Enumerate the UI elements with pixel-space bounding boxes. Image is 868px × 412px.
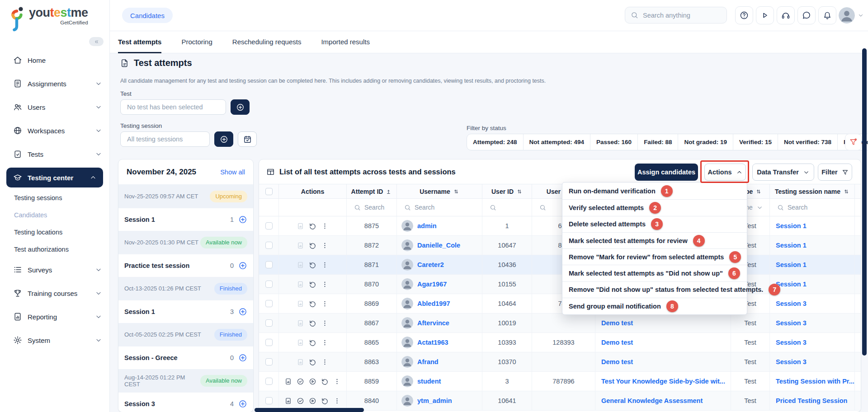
user-id-search[interactable]: [482, 199, 532, 216]
session-input[interactable]: [126, 135, 204, 143]
status-chip-verified[interactable]: Verified: 15: [733, 134, 778, 150]
table-row[interactable]: 8869 Abled1997 10464 745 Test Session 3: [259, 294, 861, 314]
username-link[interactable]: admin: [417, 222, 437, 229]
sort-icon[interactable]: [516, 188, 523, 195]
row-checkbox[interactable]: [265, 319, 273, 327]
session-calendar-button[interactable]: [238, 131, 257, 147]
kebab-icon[interactable]: [321, 222, 329, 230]
session-name-link[interactable]: Session 3: [776, 339, 807, 346]
session-row[interactable]: Session 1 1: [118, 208, 253, 231]
sidebar-item-tests[interactable]: Tests: [0, 142, 109, 166]
sidebar-item-users[interactable]: Users: [0, 95, 109, 119]
sidebar-item-workspaces[interactable]: Workspaces: [0, 119, 109, 142]
menu-item-verify-selected-attempts[interactable]: Verify selected attempts 2: [562, 199, 747, 215]
breadcrumb[interactable]: Candidates: [122, 8, 173, 23]
report-doc-icon[interactable]: [297, 358, 304, 366]
username-search[interactable]: Search: [397, 199, 482, 216]
username-link[interactable]: Aftervince: [417, 319, 449, 327]
report-doc-icon[interactable]: [284, 397, 292, 405]
row-checkbox[interactable]: [265, 339, 273, 346]
restore-icon[interactable]: [309, 319, 316, 327]
session-name-link[interactable]: Session 1: [776, 222, 807, 229]
row-checkbox[interactable]: [265, 300, 273, 307]
restore-icon[interactable]: [309, 261, 316, 269]
support-button[interactable]: [777, 6, 795, 24]
sidebar-item-testing-center[interactable]: Testing center: [6, 168, 103, 187]
test-name-link[interactable]: Test Your Knowledge Side-by-Side wit...: [601, 378, 725, 385]
sidebar-collapse-button[interactable]: [89, 37, 104, 46]
session-name-link[interactable]: Session 1: [776, 261, 807, 268]
plus-circle-icon[interactable]: [238, 307, 247, 316]
assign-candidates-button[interactable]: Assign candidates: [635, 164, 698, 181]
sort-icon[interactable]: [843, 188, 849, 195]
test-name-link[interactable]: Demo test: [601, 339, 633, 346]
username-link[interactable]: ytm_admin: [417, 397, 452, 404]
test-field[interactable]: [120, 99, 226, 115]
menu-item-remove-mark-for-review-from-selected-att[interactable]: Remove "Mark for review" from selected a…: [562, 248, 747, 265]
check-circle-icon[interactable]: [297, 397, 304, 405]
row-checkbox[interactable]: [265, 222, 273, 229]
sidebar-item-system[interactable]: System: [0, 328, 109, 352]
attempt-id-search[interactable]: Search: [347, 199, 397, 216]
sidebar-subitem-testing-sessions[interactable]: Testing sessions: [0, 189, 109, 206]
column-header-session-name[interactable]: Testing session name: [770, 184, 855, 198]
tour-button[interactable]: [756, 6, 774, 24]
status-chip-attempted[interactable]: Attempted: 248: [467, 134, 524, 150]
kebab-icon[interactable]: [321, 358, 329, 366]
menu-item-mark-selected-test-attempts-as-did-not-s[interactable]: Mark selected test attempts as "Did not …: [562, 265, 747, 281]
menu-item-remove-did-not-show-up-status-from-selec[interactable]: Remove "Did not show up" status from sel…: [562, 281, 747, 298]
restore-icon[interactable]: [309, 242, 316, 249]
restore-icon[interactable]: [309, 281, 316, 288]
username-link[interactable]: Actat1963: [417, 339, 448, 346]
table-row[interactable]: 8871 Careter2 10436 Test Session 1: [259, 255, 861, 275]
kebab-icon[interactable]: [321, 281, 329, 288]
show-all-link[interactable]: Show all: [220, 169, 245, 176]
add-session-button[interactable]: [214, 131, 233, 147]
plus-circle-icon[interactable]: [238, 261, 247, 270]
table-row[interactable]: 8865 Actat1963 10393 128393 Demo test Te…: [259, 333, 861, 352]
test-name-link[interactable]: Demo test: [601, 358, 633, 365]
horizontal-scrollbar[interactable]: [255, 408, 364, 412]
session-name-link[interactable]: Session 1: [776, 242, 807, 249]
session-date-row[interactable]: Aug-14-2025 01:22 PM CEST Available now: [118, 369, 253, 392]
row-checkbox[interactable]: [265, 378, 273, 385]
session-name-link[interactable]: Testing Session with Pr...: [776, 378, 854, 385]
plus-circle-icon[interactable]: [238, 399, 247, 408]
session-row[interactable]: Practice test session 0: [118, 254, 253, 277]
restore-icon[interactable]: [309, 339, 316, 346]
restore-icon[interactable]: [309, 300, 316, 308]
session-row[interactable]: Session 1 3: [118, 300, 253, 323]
play-circle-icon[interactable]: [309, 378, 316, 385]
report-doc-icon[interactable]: [297, 222, 304, 230]
session-date-row[interactable]: Oct-13-2025 01:26 PM CEST Finished: [118, 277, 253, 300]
test-name-link[interactable]: General Knowledge Assessment: [601, 397, 703, 404]
restore-icon[interactable]: [309, 222, 316, 230]
kebab-icon[interactable]: [321, 319, 329, 327]
username-link[interactable]: Danielle_Cole: [417, 242, 460, 249]
table-row[interactable]: 8872 Danielle_Cole 10647 865 Test Sessio…: [259, 236, 861, 255]
report-doc-icon[interactable]: [297, 339, 304, 346]
session-date-row[interactable]: Nov-20-2025 01:30 PM CET Available now: [118, 231, 253, 254]
menu-item-mark-selected-test-attempts-for-review[interactable]: Mark selected test attempts for review 4: [562, 232, 747, 248]
session-date-row[interactable]: Oct-05-2025 02:25 PM CEST Finished: [118, 323, 253, 346]
column-header-user-id[interactable]: User ID: [482, 184, 532, 198]
username-link[interactable]: student: [417, 378, 441, 385]
session-row[interactable]: Session 3 4: [118, 392, 253, 412]
global-search[interactable]: [625, 7, 727, 23]
session-field[interactable]: [120, 131, 210, 147]
plus-circle-icon[interactable]: [238, 215, 247, 224]
tab-imported-results[interactable]: Imported results: [321, 31, 370, 53]
session-date-row[interactable]: Nov-25-2025 09:57 AM CET Upcoming: [118, 185, 253, 208]
user-avatar[interactable]: [839, 7, 855, 23]
play-circle-icon[interactable]: [309, 397, 316, 405]
sidebar-subitem-candidates[interactable]: Candidates: [0, 206, 109, 224]
sidebar-item-training-courses[interactable]: Training courses: [0, 281, 109, 305]
session-name-link[interactable]: Session 3: [776, 300, 807, 307]
username-link[interactable]: Afrand: [417, 358, 439, 365]
row-checkbox[interactable]: [265, 358, 273, 365]
report-doc-icon[interactable]: [297, 242, 304, 249]
sort-asc-icon[interactable]: [386, 188, 392, 195]
sidebar-subitem-testing-locations[interactable]: Testing locations: [0, 224, 109, 241]
table-row[interactable]: 8867 Aftervince 10019 Demo test Test Ses…: [259, 314, 861, 333]
row-checkbox[interactable]: [265, 397, 273, 404]
